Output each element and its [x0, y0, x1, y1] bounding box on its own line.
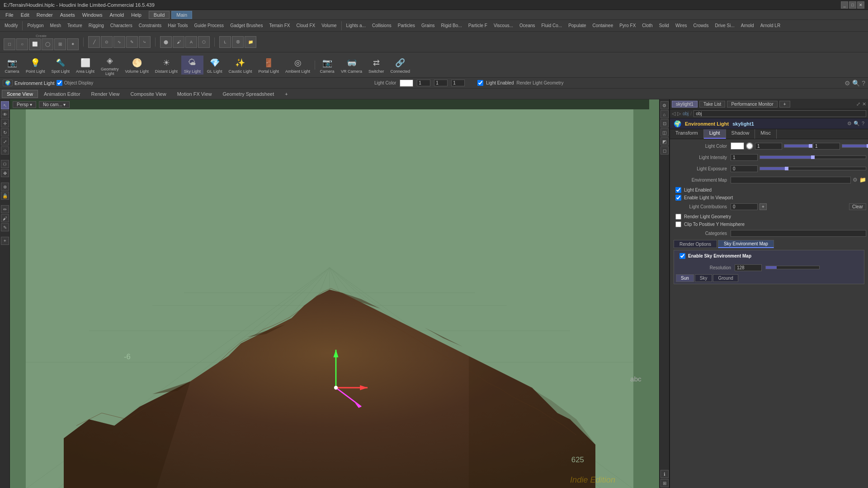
- shelf-rigid-body[interactable]: Rigid Bo...: [439, 22, 465, 29]
- paint-tool[interactable]: 🖌: [173, 36, 184, 48]
- shelf-cloud-fx[interactable]: Cloud FX: [294, 22, 318, 29]
- shelf-collisions[interactable]: Collisions: [369, 22, 394, 29]
- shelf-containee[interactable]: Containee: [590, 22, 616, 29]
- vp-frame[interactable]: ⊡: [660, 119, 669, 127]
- shelf-oceans[interactable]: Oceans: [517, 22, 538, 29]
- shelf-guide-process[interactable]: Guide Process: [192, 22, 227, 29]
- translate-tool[interactable]: ✛: [1, 119, 9, 127]
- sky-tab-btn[interactable]: Sky: [695, 274, 712, 282]
- shelf-volume[interactable]: Volume: [319, 22, 339, 29]
- render-geometry-cb[interactable]: [675, 214, 681, 220]
- platonic-tool[interactable]: ⬡: [198, 36, 210, 48]
- contributions-input[interactable]: [731, 203, 758, 210]
- shelf-lights[interactable]: Lights a...: [344, 22, 368, 29]
- shelf-fluid[interactable]: Fluid Co...: [539, 22, 565, 29]
- menu-windows[interactable]: Windows: [79, 11, 106, 19]
- lc-color-wheel[interactable]: [746, 142, 753, 150]
- lc-swatch[interactable]: [731, 142, 744, 150]
- exposure-input[interactable]: [731, 165, 758, 172]
- shelf-constraints[interactable]: Constraints: [136, 22, 165, 29]
- shelf-characters[interactable]: Characters: [108, 22, 135, 29]
- vp-layout[interactable]: ⊞: [660, 479, 669, 487]
- camera-button[interactable]: 📷 Camera: [2, 56, 22, 75]
- env-header-search-icon[interactable]: 🔍: [854, 121, 860, 127]
- intensity-slider[interactable]: [760, 155, 866, 159]
- lc-g-input[interactable]: [813, 143, 840, 150]
- vp-home[interactable]: ⌂: [660, 110, 669, 118]
- vp-perspective[interactable]: ◫: [660, 128, 669, 136]
- rotate-tool[interactable]: ↻: [1, 128, 9, 136]
- intensity-input[interactable]: [731, 154, 758, 161]
- vp-shading[interactable]: ◩: [660, 137, 669, 145]
- shelf-gadget-brushes[interactable]: Gadget Brushes: [227, 22, 265, 29]
- shelf-arnold[interactable]: Arnold: [738, 22, 757, 29]
- env-search-icon[interactable]: 🔍: [852, 80, 860, 87]
- vp-settings[interactable]: ⚙: [660, 101, 669, 109]
- env-map-input[interactable]: [731, 177, 851, 183]
- connected-button[interactable]: 🔗 Connected: [388, 56, 413, 75]
- soft-lock-tool[interactable]: 🔒: [1, 192, 9, 200]
- light-enabled-cb-label[interactable]: Light Enabled: [684, 188, 712, 192]
- shelf-drive-sim[interactable]: Drive Si...: [712, 22, 737, 29]
- no-cam-button[interactable]: No cam... ▾: [39, 101, 70, 108]
- shelf-polygon[interactable]: Polygon: [24, 22, 46, 29]
- clip-y-cb[interactable]: [675, 221, 681, 227]
- ground-tab[interactable]: Ground: [713, 274, 738, 282]
- handle-tool[interactable]: ✥: [1, 169, 9, 177]
- vp-info[interactable]: ℹ: [660, 470, 669, 478]
- main-workspace-button[interactable]: Main: [171, 11, 192, 19]
- point-light-button[interactable]: 💡 Point Light: [23, 56, 48, 75]
- brush-tool[interactable]: ✏: [1, 205, 9, 213]
- env-map-settings-icon[interactable]: ⚙: [853, 177, 858, 183]
- enable-viewport-cb[interactable]: [675, 195, 681, 201]
- shelf-crowds[interactable]: Crowds: [691, 22, 712, 29]
- performance-monitor-tab[interactable]: Performance Monitor: [727, 101, 777, 108]
- torus-tool[interactable]: ◯: [42, 38, 53, 50]
- area-light-button[interactable]: ⬜ Area Light: [73, 56, 97, 75]
- misc-tab[interactable]: Misc: [755, 129, 777, 139]
- path-input[interactable]: [693, 110, 866, 117]
- shelf-wires[interactable]: Wires: [673, 22, 690, 29]
- menu-render[interactable]: Render: [33, 11, 57, 19]
- env-header-help-icon[interactable]: ?: [862, 121, 864, 127]
- minimize-button[interactable]: _: [841, 1, 848, 9]
- font-tool[interactable]: A: [185, 36, 197, 48]
- transform-tool[interactable]: ⊹: [1, 146, 9, 155]
- menu-file[interactable]: File: [2, 11, 17, 19]
- draw-curve-tool[interactable]: ✎: [126, 36, 138, 48]
- paint-tool[interactable]: 🖌: [1, 214, 9, 222]
- transform-tab[interactable]: Transform: [670, 129, 704, 139]
- circle-tool[interactable]: ⊙: [101, 36, 113, 48]
- enable-sky-env-label[interactable]: Enable Sky Environment Map: [688, 253, 751, 258]
- shelf-mesh[interactable]: Mesh: [47, 22, 64, 29]
- resolution-input[interactable]: [735, 264, 762, 271]
- vr-camera-button[interactable]: 🥽 VR Camera: [338, 56, 365, 75]
- shelf-populate[interactable]: Populate: [566, 22, 589, 29]
- caustic-light-button[interactable]: ✨ Caustic Light: [226, 56, 255, 75]
- rp-maximize-icon[interactable]: ⤢: [856, 101, 860, 107]
- shelf-grains[interactable]: Grains: [419, 22, 437, 29]
- resolution-slider[interactable]: [765, 266, 820, 269]
- tab-composite-view[interactable]: Composite View: [125, 90, 171, 98]
- line-tool[interactable]: ╱: [88, 36, 100, 48]
- path-tool[interactable]: ⤷: [139, 36, 151, 48]
- curve-tool[interactable]: ∿: [113, 36, 125, 48]
- maximize-button[interactable]: □: [849, 1, 856, 9]
- l-system-tool[interactable]: L: [219, 36, 231, 48]
- sun-tab[interactable]: Sun: [676, 274, 694, 282]
- tube-tool[interactable]: ⬜: [29, 38, 41, 50]
- take-list-tab[interactable]: Take List: [699, 101, 725, 108]
- skylight-tab[interactable]: skylight1: [672, 101, 698, 108]
- env-settings-icon[interactable]: ⚙: [844, 80, 850, 87]
- shelf-particles[interactable]: Particles: [395, 22, 418, 29]
- env-header-settings-icon[interactable]: ⚙: [847, 121, 852, 127]
- menu-help[interactable]: Help: [127, 11, 145, 19]
- viewport[interactable]: Persp ▾ No cam... ▾: [10, 99, 659, 488]
- clear-button[interactable]: Clear: [849, 203, 866, 210]
- switcher-button[interactable]: ⇄ Switcher: [366, 56, 387, 75]
- object-display-checkbox[interactable]: [57, 80, 62, 86]
- shadow-tab[interactable]: Shadow: [726, 129, 755, 139]
- metaball-tool[interactable]: ⦿: [232, 36, 244, 48]
- shelf-solid[interactable]: Solid: [656, 22, 672, 29]
- snap-tool[interactable]: ⊕: [1, 183, 9, 191]
